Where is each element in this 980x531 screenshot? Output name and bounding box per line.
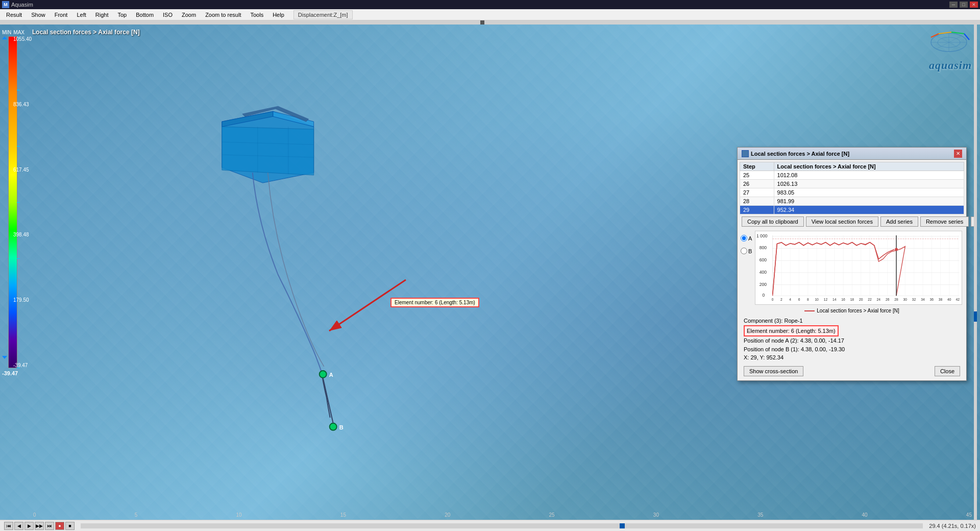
- menu-iso[interactable]: ISO: [159, 11, 177, 19]
- dialog-title: Local section forces > Axial force [N]: [751, 151, 954, 157]
- timeline[interactable]: [81, 523, 923, 528]
- chart-svg: 1 000 800 600 400 200 0: [755, 231, 962, 304]
- svg-text:12: 12: [824, 298, 828, 301]
- data-table-container[interactable]: Step Local section forces > Axial force …: [740, 162, 964, 214]
- skip-start-button[interactable]: ⏮: [4, 522, 13, 530]
- dialog-titlebar[interactable]: Local section forces > Axial force [N] ✕: [738, 148, 966, 160]
- right-scrollbar[interactable]: [974, 25, 977, 520]
- row-step: 27: [740, 188, 774, 197]
- menu-top[interactable]: Top: [113, 11, 131, 19]
- svg-text:16: 16: [841, 298, 845, 301]
- close-dialog-button[interactable]: Close: [935, 366, 960, 376]
- menu-zoom-to-result[interactable]: Zoom to result: [201, 11, 245, 19]
- maximize-button[interactable]: □: [960, 2, 968, 8]
- add-series-button[interactable]: Add series: [880, 216, 918, 227]
- logo-icon: [926, 30, 972, 58]
- record-button[interactable]: ●: [55, 522, 64, 530]
- scale-value-2: 836.43: [13, 102, 32, 107]
- scale-labels: 1055.40 836.43 617.45 398.48 179.50 -39.…: [13, 36, 32, 368]
- axis-tick-5: 5: [135, 512, 138, 518]
- view-local-button[interactable]: View local section forces: [806, 216, 878, 227]
- menu-bottom[interactable]: Bottom: [132, 11, 158, 19]
- menu-result[interactable]: Result: [2, 11, 26, 19]
- menu-tools[interactable]: Tools: [246, 11, 267, 19]
- svg-text:22: 22: [868, 298, 872, 301]
- top-scrollbar[interactable]: [0, 20, 980, 25]
- svg-text:0: 0: [772, 298, 774, 301]
- axis-tick-20: 20: [445, 512, 450, 518]
- title-left: M Aquasim: [2, 1, 33, 8]
- next-button[interactable]: ▶▶: [35, 522, 44, 530]
- statusbar: ⏮ ◀ ▶ ▶▶ ⏭ ● ■ 29.4 (4.21s, 0.17x): [0, 520, 980, 531]
- svg-text:600: 600: [760, 257, 767, 262]
- menu-help[interactable]: Help: [268, 11, 288, 19]
- dialog-close-button[interactable]: ✕: [954, 150, 962, 158]
- svg-text:200: 200: [760, 281, 767, 286]
- svg-text:24: 24: [877, 298, 881, 301]
- menu-zoom[interactable]: Zoom: [178, 11, 200, 19]
- radio-b-label[interactable]: B: [741, 248, 752, 254]
- remove-series-button[interactable]: Remove series: [920, 216, 969, 227]
- table-row[interactable]: 26 1026.13: [740, 180, 964, 188]
- bottom-value-label: -39.47: [2, 370, 18, 376]
- svg-marker-14: [222, 127, 314, 175]
- chart-legend: Local section forces > Axial force [N]: [740, 307, 964, 315]
- skip-end-button[interactable]: ⏭: [45, 522, 54, 530]
- tab-displacement[interactable]: Displacement:Z_[m]: [293, 10, 353, 19]
- scale-value-6: -39.47: [13, 363, 32, 368]
- dialog-footer: Show cross-section Close: [740, 364, 964, 378]
- svg-marker-11: [273, 111, 314, 127]
- svg-text:40: 40: [947, 298, 951, 301]
- close-button[interactable]: ✕: [970, 2, 978, 8]
- minimize-button[interactable]: ─: [949, 2, 958, 8]
- timeline-thumb: [620, 523, 625, 528]
- aquasim-text: aquasim: [926, 59, 972, 72]
- app-icon: M: [2, 1, 9, 8]
- axis-bottom: 0 5 10 15 20 25 30 35 40 45: [28, 510, 977, 520]
- table-row-selected[interactable]: 29 952.34: [740, 206, 964, 214]
- svg-text:20: 20: [859, 298, 863, 301]
- svg-marker-10: [222, 111, 314, 183]
- axis-tick-0: 0: [33, 512, 36, 518]
- prev-button[interactable]: ◀: [14, 522, 23, 530]
- table-row[interactable]: 27 983.05: [740, 188, 964, 197]
- menu-show[interactable]: Show: [27, 11, 50, 19]
- titlebar: M Aquasim ─ □ ✕: [0, 0, 980, 9]
- svg-line-15: [222, 142, 314, 144]
- viewport[interactable]: Local section forces > Axial force [N] a…: [28, 25, 977, 520]
- window-controls: ─ □ ✕: [949, 2, 978, 8]
- svg-point-21: [330, 423, 337, 430]
- dialog-icon: [742, 150, 749, 157]
- min-max-labels: MIN MAX: [2, 30, 24, 35]
- svg-line-9: [964, 34, 969, 40]
- radio-a-label[interactable]: A: [741, 235, 752, 242]
- time-info: 29.4 (4.21s, 0.17x): [929, 523, 976, 529]
- copy-all-button[interactable]: Copy all to clipboard: [742, 216, 804, 227]
- aquasim-logo: aquasim: [926, 30, 972, 72]
- svg-text:38: 38: [939, 298, 943, 301]
- menu-right[interactable]: Right: [91, 11, 113, 19]
- radio-b[interactable]: [741, 248, 747, 254]
- chart-area: 1 000 800 600 400 200 0: [755, 231, 962, 305]
- axis-tick-30: 30: [653, 512, 659, 518]
- show-cross-section-button[interactable]: Show cross-section: [744, 366, 803, 376]
- svg-point-19: [320, 371, 327, 378]
- menu-front[interactable]: Front: [51, 11, 72, 19]
- svg-text:B: B: [339, 424, 344, 430]
- colorscale: MIN MAX 1055.40 836.43 617.45 398: [0, 25, 28, 520]
- main-viewport: MIN MAX 1055.40 836.43 617.45 398: [0, 25, 980, 520]
- svg-text:10: 10: [815, 298, 819, 301]
- table-row[interactable]: 28 981.99: [740, 197, 964, 206]
- max-label: MAX: [13, 30, 24, 35]
- menu-left[interactable]: Left: [72, 11, 90, 19]
- table-row[interactable]: 25 1012.08: [740, 171, 964, 180]
- svg-text:26: 26: [886, 298, 890, 301]
- viewport-label: Local section forces > Axial force [N]: [32, 29, 140, 36]
- scale-value-4: 398.48: [13, 232, 32, 237]
- scale-value-3: 617.45: [13, 167, 32, 173]
- element-info-text: Element number: 6 (Length: 5.13m): [395, 300, 475, 305]
- radio-a[interactable]: [741, 235, 747, 242]
- axis-tick-45: 45: [966, 512, 972, 518]
- play-button[interactable]: ▶: [24, 522, 34, 530]
- stop-record-button[interactable]: ■: [65, 522, 75, 530]
